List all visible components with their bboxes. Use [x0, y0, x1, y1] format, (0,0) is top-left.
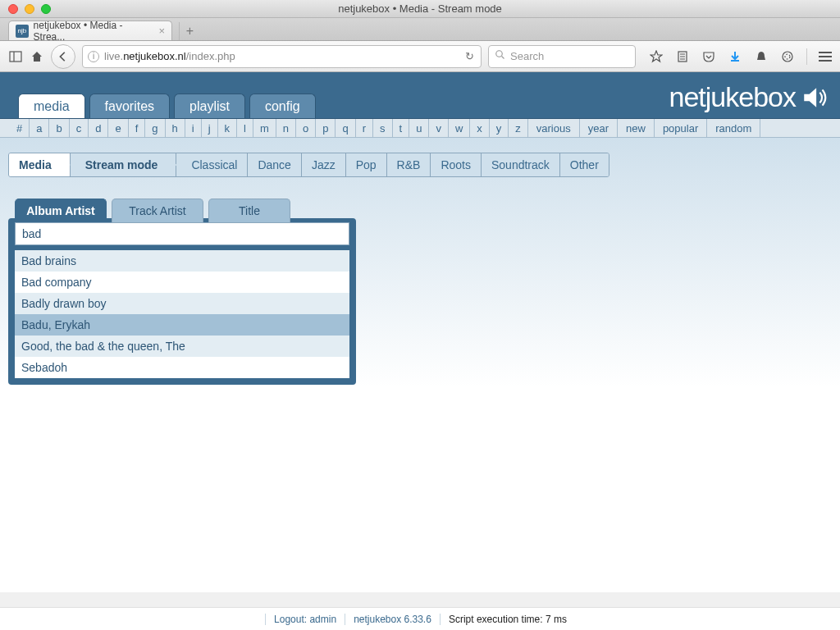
panel-tab-title[interactable]: Title: [208, 199, 290, 222]
browser-search[interactable]: Search: [488, 45, 636, 68]
result-row[interactable]: Sebadoh: [15, 357, 349, 378]
alpha-link-y[interactable]: y: [490, 119, 509, 137]
panel-tab-album-artist[interactable]: Album Artist: [15, 199, 107, 222]
alpha-link-g[interactable]: g: [145, 119, 165, 137]
alpha-link-#[interactable]: #: [10, 119, 30, 137]
bookmark-star-icon[interactable]: [649, 49, 664, 64]
alpha-link-n[interactable]: n: [276, 119, 296, 137]
tab-playlist[interactable]: playlist: [174, 94, 245, 118]
search-icon: [495, 50, 505, 62]
alphabet-bar: #abcdefghijklmnopqrstuvwxyzvariousyearne…: [0, 118, 840, 138]
footer-logout[interactable]: Logout: admin: [265, 614, 345, 625]
home-icon[interactable]: [30, 49, 44, 64]
alpha-link-i[interactable]: i: [185, 119, 202, 137]
alpha-link-h[interactable]: h: [166, 119, 185, 137]
result-row[interactable]: Badly drawn boy: [15, 293, 349, 314]
search-placeholder: Search: [510, 50, 544, 62]
app-logo: netjukebox: [669, 81, 840, 118]
back-button[interactable]: [51, 44, 75, 69]
footer-exec-time: Script execution time: 7 ms: [440, 614, 575, 625]
alpha-link-c[interactable]: c: [70, 119, 89, 137]
svg-point-9: [785, 54, 790, 59]
alpha-link-z[interactable]: z: [509, 119, 528, 137]
url-bar[interactable]: i live.netjukebox.nl/index.php ↻: [82, 45, 482, 68]
svg-point-8: [783, 52, 792, 62]
result-row[interactable]: Bad company: [15, 272, 349, 293]
alpha-link-j[interactable]: j: [202, 119, 218, 137]
crumb-category[interactable]: Pop: [346, 153, 387, 176]
svg-line-3: [502, 57, 504, 59]
window-minimize-button[interactable]: [25, 4, 34, 14]
crumb-category[interactable]: Jazz: [302, 153, 346, 176]
alpha-link-t[interactable]: t: [393, 119, 410, 137]
sync-icon[interactable]: [780, 49, 795, 64]
alpha-link-l[interactable]: l: [237, 119, 253, 137]
crumb-category[interactable]: Dance: [248, 153, 301, 176]
result-row[interactable]: Bad brains: [15, 250, 349, 272]
alpha-link-o[interactable]: o: [296, 119, 316, 137]
pocket-icon[interactable]: [701, 49, 716, 64]
browser-tab[interactable]: njb netjukebox • Media - Strea... ×: [8, 21, 172, 40]
content-area: Media Stream mode ClassicalDanceJazzPopR…: [0, 138, 840, 592]
alpha-link-r[interactable]: r: [356, 119, 373, 137]
tab-favorites[interactable]: favorites: [89, 94, 170, 118]
panel-tab-track-artist[interactable]: Track Artist: [112, 199, 203, 222]
browser-toolbar: i live.netjukebox.nl/index.php ↻ Search: [0, 41, 840, 72]
alpha-link-u[interactable]: u: [409, 119, 429, 137]
alpha-link-x[interactable]: x: [470, 119, 490, 137]
alpha-link-various[interactable]: various: [528, 119, 580, 137]
tab-title: netjukebox • Media - Strea...: [34, 20, 154, 43]
alpha-link-year[interactable]: year: [580, 119, 618, 137]
search-results: Bad brainsBad companyBadly drawn boyBadu…: [15, 250, 349, 378]
info-icon: i: [88, 51, 99, 62]
app-header: media favorites playlist config netjukeb…: [0, 72, 840, 118]
footer: Logout: admin netjukebox 6.33.6 Script e…: [0, 607, 840, 630]
footer-version[interactable]: netjukebox 6.33.6: [345, 614, 440, 625]
crumb-category[interactable]: Soundtrack: [482, 153, 560, 176]
alpha-link-a[interactable]: a: [30, 119, 49, 137]
crumb-category[interactable]: Roots: [431, 153, 482, 176]
tab-media[interactable]: media: [18, 94, 85, 118]
alpha-link-s[interactable]: s: [373, 119, 393, 137]
alpha-link-w[interactable]: w: [449, 119, 470, 137]
search-input[interactable]: [15, 222, 349, 245]
window-titlebar: netjukebox • Media - Stream mode: [0, 0, 840, 18]
reload-icon[interactable]: ↻: [465, 50, 474, 62]
svg-rect-0: [10, 52, 21, 62]
result-row[interactable]: Good, the bad & the queen, The: [15, 336, 349, 357]
crumb-category[interactable]: R&B: [387, 153, 431, 176]
breadcrumb: Media Stream mode ClassicalDanceJazzPopR…: [8, 153, 609, 177]
browser-tabstrip: njb netjukebox • Media - Strea... × +: [0, 18, 840, 41]
alpha-link-popular[interactable]: popular: [655, 119, 707, 137]
url-text: live.netjukebox.nl/index.php: [104, 50, 476, 62]
bell-icon[interactable]: [754, 49, 769, 64]
alpha-link-new[interactable]: new: [618, 119, 655, 137]
alpha-link-b[interactable]: b: [49, 119, 69, 137]
alpha-link-d[interactable]: d: [89, 119, 108, 137]
alpha-link-e[interactable]: e: [108, 119, 128, 137]
alpha-link-q[interactable]: q: [336, 119, 355, 137]
crumb-media[interactable]: Media: [9, 153, 71, 176]
tab-close-button[interactable]: ×: [158, 25, 165, 37]
crumb-category[interactable]: Other: [560, 153, 609, 176]
new-tab-button[interactable]: +: [179, 22, 200, 40]
download-icon[interactable]: [728, 49, 742, 64]
alpha-link-m[interactable]: m: [253, 119, 276, 137]
alpha-link-v[interactable]: v: [429, 119, 449, 137]
speaker-icon: [801, 84, 829, 112]
window-close-button[interactable]: [8, 4, 18, 14]
alpha-link-random[interactable]: random: [707, 119, 760, 137]
crumb-stream-mode[interactable]: Stream mode: [71, 153, 177, 176]
menu-icon[interactable]: [819, 52, 832, 62]
svg-point-2: [496, 51, 503, 57]
window-zoom-button[interactable]: [41, 4, 51, 14]
result-row[interactable]: Badu, Erykah: [15, 314, 349, 336]
crumb-category[interactable]: Classical: [176, 153, 248, 176]
search-panel: Album Artist Track Artist Title Bad brai…: [8, 218, 356, 385]
sidebar-toggle-icon[interactable]: [8, 49, 23, 64]
alpha-link-p[interactable]: p: [316, 119, 336, 137]
alpha-link-f[interactable]: f: [129, 119, 146, 137]
tab-config[interactable]: config: [249, 94, 316, 118]
alpha-link-k[interactable]: k: [218, 119, 238, 137]
clipboard-icon[interactable]: [675, 49, 690, 64]
